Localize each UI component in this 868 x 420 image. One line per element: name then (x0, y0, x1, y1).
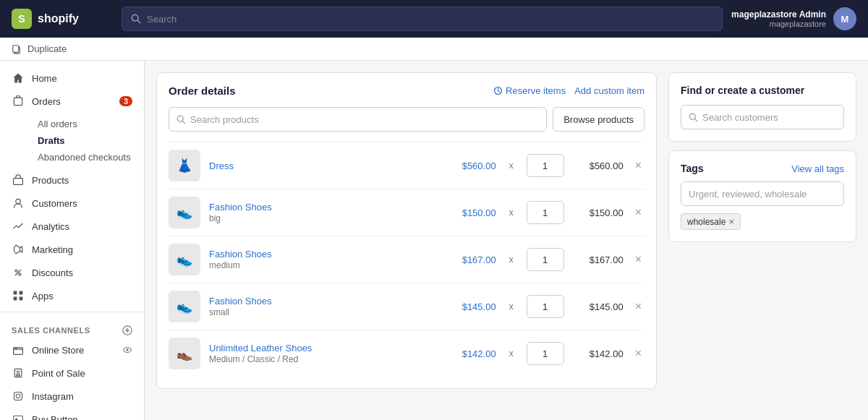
sidebar-label-orders: Orders (32, 96, 61, 107)
product-remove-button[interactable]: × (632, 206, 644, 219)
content-area: Order details Reserve items Add custom i… (145, 61, 868, 420)
product-price: $142.00 (446, 348, 496, 359)
visibility-icon[interactable] (122, 345, 132, 355)
product-qty-input[interactable] (527, 154, 564, 177)
product-name[interactable]: Fashion Shoes (209, 249, 437, 260)
products-icon (12, 173, 25, 187)
add-channel-icon[interactable] (122, 325, 132, 335)
svg-point-0 (132, 14, 138, 21)
product-name[interactable]: Fashion Shoes (209, 202, 437, 213)
sidebar-label-home: Home (32, 73, 57, 84)
sidebar-item-discounts[interactable]: Discounts (0, 261, 144, 284)
duplicate-label[interactable]: Duplicate (27, 43, 67, 54)
order-details-actions: Reserve items Add custom item (493, 85, 644, 96)
sidebar-item-drafts[interactable]: Drafts (32, 132, 144, 149)
svg-point-7 (15, 270, 17, 272)
product-name-col: Fashion Shoes small (209, 296, 437, 317)
svg-point-18 (15, 348, 16, 349)
sidebar-item-abandoned[interactable]: Abandoned checkouts (32, 149, 144, 166)
product-name[interactable]: Dress (209, 160, 437, 171)
buy-button-icon (12, 413, 25, 420)
customer-search-input[interactable] (702, 112, 836, 123)
product-remove-button[interactable]: × (632, 253, 644, 266)
order-details-header: Order details Reserve items Add custom i… (169, 85, 644, 97)
svg-line-36 (695, 119, 698, 121)
tag-item: wholesale × (681, 213, 741, 230)
product-thumb: 👟 (169, 197, 200, 228)
sidebar-item-analytics[interactable]: Analytics (0, 215, 144, 238)
product-variant: medium (209, 260, 437, 270)
order-details-title: Order details (169, 85, 236, 97)
global-search[interactable] (122, 7, 723, 31)
sidebar-item-pos[interactable]: Point of Sale (0, 361, 144, 385)
sales-channels-label: SALES CHANNELS (0, 317, 144, 338)
reserve-items-button[interactable]: Reserve items (493, 85, 566, 96)
svg-point-33 (177, 116, 183, 121)
global-search-input[interactable] (147, 14, 713, 25)
avatar[interactable]: M (833, 7, 856, 30)
search-products-input[interactable] (190, 114, 539, 125)
subnav: Duplicate (0, 38, 868, 61)
product-list: 👗 Dress $560.00 x $560.00 × 👟 Fashion Sh… (169, 142, 644, 377)
product-name[interactable]: Fashion Shoes (209, 296, 437, 307)
sidebar-label-analytics: Analytics (32, 221, 69, 232)
sidebar-item-all-orders[interactable]: All orders (32, 116, 144, 132)
svg-rect-5 (14, 179, 23, 185)
customer-search-wrap[interactable] (681, 105, 844, 129)
sidebar-item-instagram[interactable]: Instagram (0, 385, 144, 408)
tag-remove-button[interactable]: × (728, 216, 734, 227)
product-total: $142.00 (573, 348, 624, 359)
product-qty-input[interactable] (527, 248, 564, 271)
product-thumb: 👗 (169, 150, 200, 181)
sidebar-item-products[interactable]: Products (0, 168, 144, 192)
sidebar-label-marketing: Marketing (32, 244, 73, 255)
product-remove-button[interactable]: × (632, 347, 644, 360)
orders-submenu: All orders Drafts Abandoned checkouts (0, 113, 144, 168)
sidebar-item-buy-button[interactable]: Buy Button (0, 408, 144, 420)
svg-line-34 (183, 121, 186, 124)
product-thumb: 👞 (169, 338, 200, 369)
svg-point-8 (19, 273, 21, 275)
sidebar-item-home[interactable]: Home (0, 67, 144, 90)
sidebar-label-instagram: Instagram (32, 391, 74, 402)
view-all-tags-button[interactable]: View all tags (791, 163, 844, 174)
sidebar-label-discounts: Discounts (32, 267, 73, 278)
sidebar-label-customers: Customers (32, 198, 77, 209)
sidebar-item-marketing[interactable]: Marketing (0, 238, 144, 261)
sidebar-label-online-store: Online Store (32, 345, 84, 356)
sidebar-item-apps[interactable]: Apps (0, 284, 144, 307)
product-row: 👟 Fashion Shoes small $145.00 x $145.00 … (169, 283, 644, 330)
product-qty-input[interactable] (527, 295, 564, 318)
online-store-icon (12, 343, 25, 356)
product-variant: big (209, 213, 437, 223)
product-variant: small (209, 307, 437, 317)
tags-input[interactable] (689, 189, 836, 200)
product-remove-button[interactable]: × (632, 159, 644, 172)
tags-input-wrap[interactable] (681, 181, 844, 206)
sidebar-item-orders[interactable]: Orders 3 (0, 90, 144, 113)
find-customer-title: Find or create a customer (681, 85, 844, 96)
sidebar-item-online-store[interactable]: Online Store (0, 338, 144, 361)
sidebar-label-buy-button: Buy Button (32, 414, 78, 421)
browse-products-button[interactable]: Browse products (553, 107, 644, 132)
orders-badge: 3 (119, 96, 132, 106)
product-remove-button[interactable]: × (632, 300, 644, 313)
duplicate-icon (12, 44, 22, 54)
product-x: x (505, 301, 518, 312)
product-total: $167.00 (573, 254, 624, 265)
product-x: x (505, 160, 518, 171)
sidebar-divider (0, 312, 144, 312)
product-x: x (505, 207, 518, 218)
sidebar-item-customers[interactable]: Customers (0, 192, 144, 215)
product-qty-input[interactable] (527, 201, 564, 224)
svg-rect-3 (13, 45, 19, 52)
product-name-col: Fashion Shoes big (209, 202, 437, 223)
add-custom-item-button[interactable]: Add custom item (574, 85, 644, 96)
logo: S shopify (12, 9, 113, 29)
instagram-icon (12, 390, 25, 403)
search-products-wrap[interactable] (169, 107, 547, 132)
product-qty-input[interactable] (527, 342, 564, 365)
product-name[interactable]: Unlimited Leather Shoes (209, 343, 437, 353)
marketing-icon (12, 243, 25, 256)
svg-point-27 (16, 394, 20, 398)
